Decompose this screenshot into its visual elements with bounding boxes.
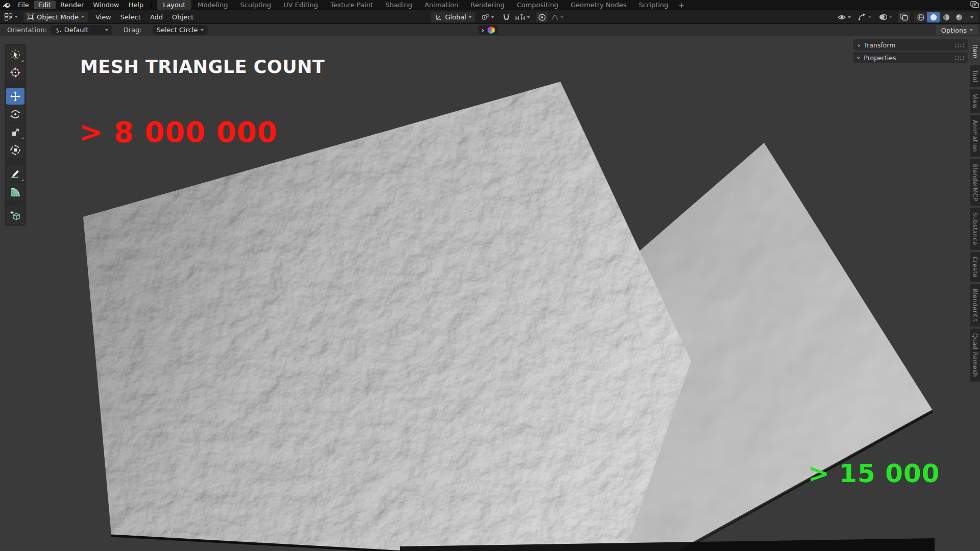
wireframe-icon	[917, 13, 925, 21]
sidebar-tab-animation[interactable]: Animation	[970, 115, 980, 157]
pivot-point-icon	[481, 13, 489, 21]
addon-hexagon-icon[interactable]	[487, 27, 495, 34]
visibility-icon	[837, 14, 846, 21]
menu-window[interactable]: Window	[88, 1, 124, 9]
menu-edit[interactable]: Edit	[34, 1, 56, 9]
sidebar-tab-substance[interactable]: Substance	[970, 208, 980, 250]
transform-orientation-selector[interactable]: Global	[431, 12, 475, 22]
shading-options-dropdown[interactable]	[965, 12, 978, 22]
workspace-tab-compositing[interactable]: Compositing	[510, 0, 565, 10]
tool-add-cube[interactable]	[6, 207, 24, 224]
workspace-tab-modeling[interactable]: Modeling	[191, 0, 234, 10]
material-preview-icon	[942, 13, 950, 21]
tool-3d-cursor[interactable]	[6, 64, 24, 81]
menu-add[interactable]: Add	[145, 12, 167, 22]
object-type-visibility[interactable]	[836, 12, 852, 22]
shading-rendered-button[interactable]	[952, 12, 965, 22]
panel-grip-handle[interactable]	[954, 43, 964, 47]
menu-file[interactable]: File	[13, 1, 34, 9]
menu-render[interactable]: Render	[56, 1, 88, 9]
viewport-header: Object Mode View Select Add Object Globa…	[0, 10, 980, 24]
expand-chevron[interactable]: ›	[481, 27, 484, 34]
menu-object[interactable]: Object	[167, 12, 198, 22]
tool-measure[interactable]	[6, 183, 24, 200]
sidebar-tab-item[interactable]: Item	[970, 40, 980, 63]
workspace-tab-layout[interactable]: Layout	[157, 0, 191, 10]
workspace-tab-rendering[interactable]: Rendering	[464, 0, 510, 10]
snap-with-icon	[515, 13, 525, 21]
select-box-icon	[10, 49, 21, 60]
sidebar-tab-view[interactable]: View	[970, 89, 980, 113]
pivot-point-selector[interactable]	[480, 12, 496, 22]
collapse-chevron-icon: ›	[857, 41, 860, 49]
add-workspace-button[interactable]: +	[674, 1, 689, 9]
3d-viewport[interactable]: MESH TRIANGLE COUNT > 8 000 000 > 15 000	[0, 36, 980, 551]
overlays-toggle[interactable]	[877, 12, 894, 22]
x-ray-toggle[interactable]	[898, 12, 910, 22]
properties-panel-header[interactable]: › Properties	[853, 52, 968, 63]
gizmos-toggle[interactable]	[856, 12, 873, 22]
orientation-field-label: Orientation:	[7, 26, 47, 34]
sidebar-tabs: Item Tool View Animation BlenderMCP Subs…	[970, 40, 980, 382]
panel-grip-handle[interactable]	[954, 56, 964, 60]
rendered-shading-icon	[955, 13, 963, 21]
options-label: Options	[941, 27, 967, 34]
high-poly-count-label: > 8 000 000	[79, 115, 278, 148]
menu-help[interactable]: Help	[124, 1, 149, 9]
sidebar-tab-quad-remesh[interactable]: Quad Remesh	[970, 329, 980, 382]
mode-selector[interactable]: Object Mode	[23, 12, 88, 22]
snap-magnet-icon	[503, 13, 510, 21]
workspace-tab-scripting[interactable]: Scripting	[633, 0, 675, 10]
workspace-tabs: Layout Modeling Sculpting UV Editing Tex…	[157, 0, 689, 10]
high-poly-terrain-mesh[interactable]	[83, 82, 691, 551]
workspace-tab-shading[interactable]: Shading	[379, 0, 419, 10]
x-ray-icon	[900, 13, 908, 21]
tool-annotate[interactable]	[6, 165, 24, 182]
scene-status-icons[interactable]	[969, 1, 980, 9]
tool-select-box[interactable]	[6, 46, 24, 63]
workspace-tab-animation[interactable]: Animation	[419, 0, 464, 10]
shading-solid-button[interactable]	[927, 12, 940, 22]
tool-rotate[interactable]	[6, 106, 24, 122]
expand-chevron-icon: ›	[855, 56, 863, 59]
scene-stack-icon	[969, 1, 980, 9]
transform-orientation-icon	[435, 14, 443, 21]
orientation-dropdown[interactable]: Default	[51, 25, 112, 35]
orientation-label: Global	[445, 13, 466, 21]
blender-logo-icon[interactable]	[0, 2, 13, 9]
transform-panel-header[interactable]: › Transform	[853, 39, 968, 51]
sidebar-tab-blendermcp[interactable]: BlenderMCP	[970, 159, 980, 206]
tool-transform[interactable]	[6, 141, 24, 158]
orientation-default-icon	[55, 27, 61, 33]
workspace-tab-texture-paint[interactable]: Texture Paint	[324, 0, 379, 10]
editor-type-button[interactable]	[3, 12, 19, 22]
transform-icon	[10, 144, 21, 156]
sidebar-tab-create[interactable]: Create	[970, 252, 980, 282]
sidebar-tab-tool[interactable]: Tool	[970, 65, 980, 87]
object-mode-icon	[27, 13, 34, 20]
workspace-tab-uv-editing[interactable]: UV Editing	[277, 0, 324, 10]
shading-wireframe-button[interactable]	[914, 12, 927, 22]
snap-with-selector[interactable]	[513, 12, 531, 22]
transform-panel-label: Transform	[864, 41, 895, 49]
proportional-editing-toggle[interactable]	[536, 12, 548, 22]
drag-value: Select Circle	[157, 26, 198, 34]
tool-scale[interactable]	[6, 123, 24, 140]
menu-view[interactable]: View	[91, 12, 116, 22]
tool-settings-bar: Orientation: Default Drag: Select Circle…	[0, 24, 980, 36]
menu-select[interactable]: Select	[116, 12, 145, 22]
solid-shading-icon	[929, 13, 938, 21]
tool-move[interactable]	[6, 88, 24, 105]
options-button[interactable]: Options	[936, 25, 978, 35]
workspace-tab-sculpting[interactable]: Sculpting	[234, 0, 277, 10]
gizmos-icon	[858, 13, 867, 21]
snap-toggle[interactable]	[500, 12, 512, 22]
topbar: File Edit Render Window Help Layout Mode…	[0, 0, 980, 10]
shading-material-button[interactable]	[940, 12, 952, 22]
tool-shelf	[5, 44, 26, 226]
move-icon	[10, 91, 21, 102]
proportional-falloff-selector[interactable]	[549, 12, 565, 22]
drag-dropdown[interactable]: Select Circle	[153, 25, 208, 35]
sidebar-tab-blenderkit[interactable]: BlenderKit	[970, 284, 980, 327]
workspace-tab-geometry-nodes[interactable]: Geometry Nodes	[565, 0, 633, 10]
